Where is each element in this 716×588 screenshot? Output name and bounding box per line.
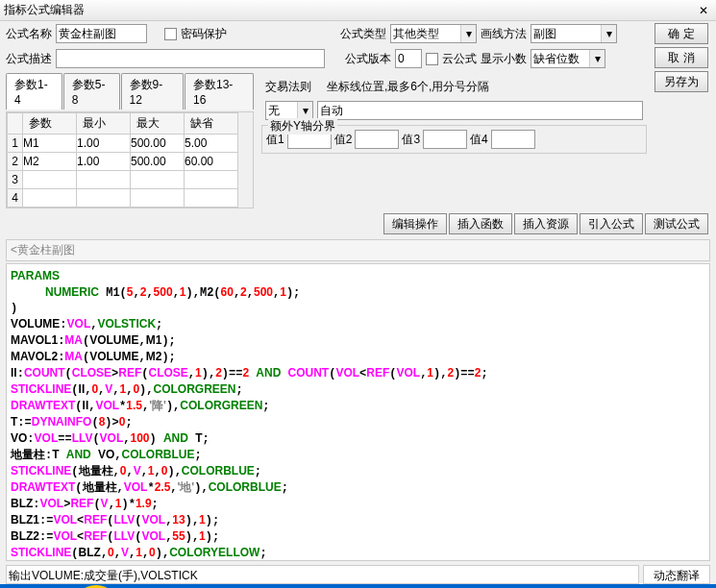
code-header: <黄金柱副图	[6, 239, 710, 261]
code-editor[interactable]: PARAMS NUMERIC M1(5,2,500,1),M2(60,2,500…	[6, 263, 710, 561]
tab-params-1-4[interactable]: 参数1-4	[6, 73, 62, 110]
ver-label: 公式版本	[345, 51, 391, 67]
dyntrans-button[interactable]: 动态翻译	[643, 565, 710, 584]
desc-label: 公式描述	[6, 51, 52, 67]
dec-label: 显示小数	[481, 51, 527, 67]
type-label: 公式类型	[340, 26, 386, 42]
desc-input[interactable]	[56, 49, 325, 68]
chevron-down-icon: ▾	[601, 25, 616, 42]
banner: 式指标网 富 www.9m8.cn	[0, 584, 716, 588]
insfn-button[interactable]: 插入函数	[449, 213, 512, 234]
chevron-down-icon: ▾	[297, 102, 312, 119]
pwd-label: 密码保护	[181, 26, 227, 42]
param-table: 参数最小最大缺省 1 2 3 4	[6, 111, 254, 208]
yaxis-group: 额外Y轴分界 值1 值2 值3 值4	[261, 125, 647, 154]
edit-button[interactable]: 编辑操作	[383, 213, 447, 234]
tab-params-5-8[interactable]: 参数5-8	[63, 73, 120, 110]
window-title: 指标公式编辑器	[4, 2, 695, 18]
cloud-checkbox[interactable]	[426, 53, 438, 65]
trade-label: 交易法则	[265, 79, 311, 95]
insres-button[interactable]: 插入资源	[514, 213, 578, 234]
yval2-input[interactable]	[355, 130, 399, 149]
tab-params-9-12[interactable]: 参数9-12	[121, 73, 184, 110]
name-input[interactable]	[56, 24, 147, 43]
param-name[interactable]	[23, 135, 76, 152]
type-select[interactable]: 其他类型▾	[390, 24, 477, 43]
test-button[interactable]: 测试公式	[645, 213, 708, 234]
titlebar: 指标公式编辑器 ✕	[0, 0, 716, 21]
chevron-down-icon: ▾	[589, 50, 605, 67]
yval3-input[interactable]	[423, 130, 467, 149]
param-name[interactable]	[23, 153, 76, 170]
param-tabs: 参数1-4 参数5-8 参数9-12 参数13-16	[0, 71, 259, 110]
saveas-button[interactable]: 另存为	[654, 71, 708, 92]
chevron-down-icon: ▾	[460, 25, 476, 42]
close-icon[interactable]: ✕	[695, 3, 712, 18]
draw-label: 画线方法	[481, 26, 527, 42]
yval4-input[interactable]	[491, 130, 535, 149]
draw-select[interactable]: 副图▾	[531, 24, 617, 43]
cancel-button[interactable]: 取 消	[654, 47, 708, 68]
output-text: 输出VOLUME:成交量(手),VOLSTICK	[6, 565, 639, 584]
coord-input[interactable]	[317, 101, 643, 120]
ok-button[interactable]: 确 定	[654, 23, 708, 44]
coord-label: 坐标线位置,最多6个,用分号分隔	[327, 79, 489, 95]
tab-params-13-16[interactable]: 参数13-16	[185, 73, 254, 110]
import-button[interactable]: 引入公式	[580, 213, 643, 234]
yaxis-title: 额外Y轴分界	[268, 118, 337, 135]
pwd-checkbox[interactable]	[164, 28, 177, 40]
cloud-label: 云公式	[442, 51, 477, 67]
name-label: 公式名称	[6, 26, 52, 42]
trade-select[interactable]: 无▾	[265, 101, 313, 120]
dec-select[interactable]: 缺省位数▾	[531, 49, 605, 68]
ver-input[interactable]	[395, 49, 422, 68]
output-row: 输出VOLUME:成交量(手),VOLSTICK 动态翻译	[6, 565, 710, 584]
